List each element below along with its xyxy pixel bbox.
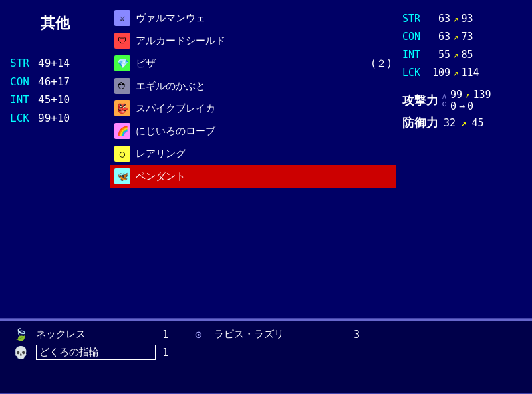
lapis-icon: ⊙ [195, 327, 202, 341]
con-stat-row: CON 46+17 [10, 73, 100, 91]
right-con-next: 73 [461, 28, 481, 46]
attack-label: 攻撃力 [402, 93, 438, 108]
str-stat-row: STR 49+14 [10, 55, 100, 72]
right-str-row: STR 63 ↗ 93 [402, 10, 525, 28]
equipment-item[interactable]: ○ レアリング [110, 142, 396, 165]
svg-text:💎: 💎 [117, 58, 129, 69]
equipment-item[interactable]: 🦋 ペンダント [110, 165, 396, 188]
item-name: ペンダント [136, 169, 392, 184]
skull-ring-icon: 💀 [13, 345, 29, 359]
necklace-icon: 🍃 [13, 327, 29, 341]
main-game-area: 其他 STR 49+14 CON 46+17 INT 45+10 LCK 99+… [0, 0, 532, 319]
equipment-item[interactable]: 🌈 にじいろのローブ [110, 120, 396, 142]
right-lck-label: LCK [402, 64, 428, 82]
equipment-item[interactable]: 🛡 アルカードシールド [110, 29, 396, 52]
item-icon: 💎 [113, 54, 132, 73]
int-stat-row: INT 45+10 [10, 91, 100, 108]
svg-text:⛑: ⛑ [118, 81, 127, 91]
right-con-label: CON [402, 28, 428, 46]
lck-label: LCK [10, 110, 35, 127]
int-value: 45+10 [38, 91, 70, 108]
skull-ring-name: どくろの指輪 [36, 345, 156, 360]
svg-text:○: ○ [120, 148, 126, 159]
attack-val-row-2: 0 → 0 [450, 100, 491, 112]
equipment-item[interactable]: 💎 ビザ(２) [110, 52, 396, 75]
right-con-row: CON 63 ↗ 73 [402, 28, 525, 46]
right-lck-next: 114 [461, 64, 481, 82]
lck-stat-row: LCK 99+10 [10, 110, 100, 127]
right-int-current: 55 [430, 46, 450, 64]
attack-arrow-1: ↗ [465, 89, 470, 100]
item-icon: 👺 [113, 99, 132, 118]
svg-text:🛡: 🛡 [118, 35, 127, 46]
necklace-count: 1 [162, 329, 168, 341]
int-label: INT [10, 91, 35, 108]
svg-text:⚔: ⚔ [120, 13, 125, 23]
item-icon: 🌈 [113, 122, 132, 140]
attack-values: 99 ↗ 139 0 → 0 [450, 89, 491, 112]
item-name: エギルのかぶと [136, 79, 392, 94]
inventory-row-1: 🍃 ネックレス 1 ⊙ ラピス・ラズリ 3 [13, 327, 519, 341]
right-int-label: INT [402, 46, 428, 64]
item-name: にじいろのローブ [136, 124, 392, 139]
inventory-row-2: 💀 どくろの指輪 1 [13, 345, 519, 360]
svg-text:🦋: 🦋 [117, 171, 129, 182]
right-str-arrow: ↗ [453, 11, 458, 27]
attack-current-2: 0 [450, 100, 456, 112]
right-str-next: 93 [461, 10, 481, 28]
category-label: 其他 [10, 13, 100, 33]
right-int-arrow: ↗ [453, 47, 458, 63]
equipment-item[interactable]: ⛑ エギルのかぶと [110, 75, 396, 97]
attack-next-1: 139 [473, 89, 491, 100]
item-icon: 🦋 [113, 167, 132, 186]
item-name: ビザ [136, 56, 360, 71]
item-icon: ⛑ [113, 77, 132, 95]
lapis-count: 3 [354, 329, 360, 341]
right-stats-panel: STR 63 ↗ 93 CON 63 ↗ 73 INT 55 ↗ 85 LCK … [399, 0, 532, 318]
item-name: スパイクブレイカ [136, 101, 392, 116]
con-label: CON [10, 73, 35, 91]
right-con-arrow: ↗ [453, 29, 458, 45]
right-int-next: 85 [461, 46, 481, 64]
defense-next: 45 [472, 117, 484, 129]
item-icon: 🛡 [113, 31, 132, 50]
svg-text:🌈: 🌈 [117, 126, 129, 137]
item-count: (２) [370, 56, 392, 71]
skull-ring-count: 1 [162, 347, 168, 359]
equipment-list[interactable]: ⚔ ヴァルマンウェ 🛡 アルカードシールド 💎 ビザ(２) ⛑ エギルのかぶと … [106, 0, 399, 318]
item-name: アルカードシールド [136, 33, 392, 49]
right-lck-current: 109 [430, 64, 450, 82]
con-value: 46+17 [38, 73, 70, 91]
defense-label: 防御力 [402, 115, 438, 131]
defense-section: 防御力 32 ↗ 45 [402, 115, 525, 131]
left-stats-panel: 其他 STR 49+14 CON 46+17 INT 45+10 LCK 99+… [0, 0, 106, 318]
right-str-current: 63 [430, 10, 450, 28]
str-value: 49+14 [38, 55, 70, 72]
defense-arrow: ↗ [461, 118, 466, 128]
attack-sub-labels: Ａ Ｃ [441, 93, 448, 108]
attack-arrow-2: → [459, 100, 465, 112]
attack-next-2: 0 [467, 100, 473, 112]
right-int-row: INT 55 ↗ 85 [402, 46, 525, 64]
inventory-area[interactable]: 🍃 ネックレス 1 ⊙ ラピス・ラズリ 3 💀 どくろの指輪 1 [0, 319, 532, 394]
necklace-name: ネックレス [36, 328, 156, 341]
equipment-item[interactable]: 👺 スパイクブレイカ [110, 97, 396, 120]
str-label: STR [10, 55, 35, 72]
item-name: レアリング [136, 146, 392, 162]
right-lck-row: LCK 109 ↗ 114 [402, 64, 525, 82]
right-str-label: STR [402, 10, 428, 28]
item-icon: ⚔ [113, 9, 132, 27]
attack-current-1: 99 [450, 89, 462, 100]
svg-text:👺: 👺 [117, 103, 129, 114]
right-lck-arrow: ↗ [453, 65, 458, 81]
lapis-name: ラピス・ラズリ [214, 328, 347, 341]
defense-current: 32 [444, 117, 456, 129]
attack-section: 攻撃力 Ａ Ｃ 99 ↗ 139 0 → 0 [402, 89, 525, 112]
item-icon: ○ [113, 144, 132, 163]
right-con-current: 63 [430, 28, 450, 46]
item-name: ヴァルマンウェ [136, 11, 392, 26]
attack-val-row-1: 99 ↗ 139 [450, 89, 491, 100]
lck-value: 99+10 [38, 110, 70, 127]
equipment-item[interactable]: ⚔ ヴァルマンウェ [110, 7, 396, 29]
